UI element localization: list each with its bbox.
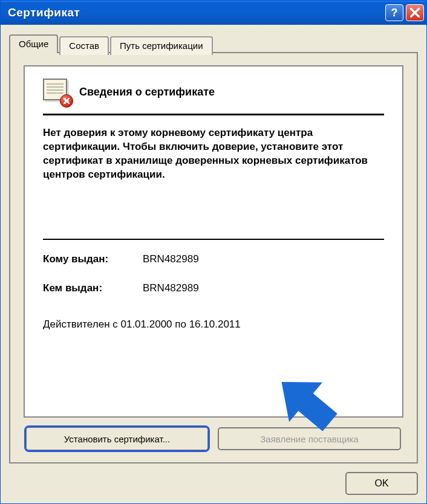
titlebar-buttons: ? [385,4,424,21]
certificate-heading: Сведения о сертификате [79,86,215,99]
tab-details[interactable]: Состав [59,36,109,55]
help-icon: ? [391,7,398,19]
tab-certification-path[interactable]: Путь сертификации [110,36,213,55]
certificate-error-icon [43,79,71,105]
issued-to-row: Кому выдан: BRN482989 [43,253,384,265]
dialog-bottom-bar: OK [9,464,418,495]
close-button[interactable] [406,4,424,21]
svg-marker-0 [267,370,340,431]
issued-to-value: BRN482989 [143,253,199,265]
divider-thick [43,114,384,115]
divider-thin [43,239,384,240]
client-area: Общие Состав Путь сертификации Сведения … [1,25,426,503]
certificate-dialog: Сертификат ? Общие Состав Путь сертифика… [0,0,427,504]
certificate-button-row: Установить сертификат... Заявление поста… [24,427,403,450]
validity-period: Действителен с 01.01.2000 по 16.10.2011 [43,318,384,331]
tab-panel-general: Сведения о сертификате Нет доверия к это… [9,52,418,464]
issued-to-label: Кому выдан: [43,253,143,265]
window-title: Сертификат [8,6,385,19]
issued-by-row: Кем выдан: BRN482989 [43,282,384,294]
issued-by-label: Кем выдан: [43,282,143,294]
certificate-header: Сведения о сертификате [43,79,384,105]
arrow-icon [267,370,340,431]
certificate-info-panel: Сведения о сертификате Нет доверия к это… [24,65,403,418]
install-certificate-button[interactable]: Установить сертификат... [26,427,208,450]
tab-row: Общие Состав Путь сертификации [9,34,418,53]
certificate-trust-message: Нет доверия к этому корневому сертификат… [43,126,384,182]
tab-general[interactable]: Общие [9,34,58,53]
ok-button[interactable]: OK [345,472,418,495]
help-button[interactable]: ? [385,4,403,21]
titlebar[interactable]: Сертификат ? [1,1,426,25]
issued-by-value: BRN482989 [143,282,199,294]
